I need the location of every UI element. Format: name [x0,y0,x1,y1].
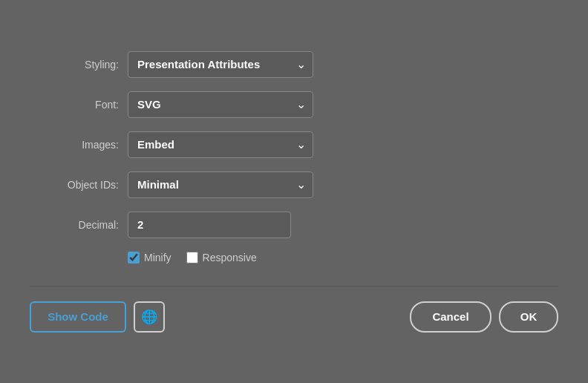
right-buttons: Cancel OK [410,301,558,333]
font-label: Font: [30,99,119,111]
minify-checkbox-label[interactable]: Minify [128,252,172,263]
font-select[interactable]: SVG Embed Outline [128,91,313,118]
styling-row: Styling: Presentation Attributes Interna… [30,51,558,78]
ok-button[interactable]: OK [499,301,558,333]
dialog: Styling: Presentation Attributes Interna… [0,0,588,383]
object-ids-select-wrapper: Minimal Unique Layer Names None [128,171,313,198]
images-label: Images: [30,139,119,151]
object-ids-row: Object IDs: Minimal Unique Layer Names N… [30,171,558,198]
font-select-wrapper: SVG Embed Outline [128,91,313,118]
images-select-wrapper: Embed Link Preserve [128,131,313,158]
font-row: Font: SVG Embed Outline [30,91,558,118]
images-select[interactable]: Embed Link Preserve [128,131,313,158]
responsive-label: Responsive [203,252,257,263]
divider [30,286,558,287]
globe-button[interactable]: 🌐 [134,301,165,333]
checkboxes-row: Minify Responsive [30,252,558,263]
decimal-input[interactable] [128,212,291,238]
object-ids-select[interactable]: Minimal Unique Layer Names None [128,171,313,198]
cancel-button[interactable]: Cancel [410,301,491,333]
images-row: Images: Embed Link Preserve [30,131,558,158]
styling-label: Styling: [30,59,119,71]
styling-select[interactable]: Presentation Attributes Internal CSS Sty… [128,51,313,78]
button-row: Show Code 🌐 Cancel OK [30,301,558,333]
show-code-button[interactable]: Show Code [30,301,126,333]
decimal-label: Decimal: [30,219,119,231]
form-area: Styling: Presentation Attributes Interna… [30,51,558,263]
object-ids-label: Object IDs: [30,179,119,191]
decimal-row: Decimal: [30,212,558,238]
minify-label: Minify [144,252,172,263]
globe-icon: 🌐 [141,309,157,325]
minify-checkbox[interactable] [128,252,140,263]
checkboxes-group: Minify Responsive [128,252,257,263]
styling-select-wrapper: Presentation Attributes Internal CSS Sty… [128,51,313,78]
responsive-checkbox-label[interactable]: Responsive [186,252,257,263]
responsive-checkbox[interactable] [186,252,198,263]
